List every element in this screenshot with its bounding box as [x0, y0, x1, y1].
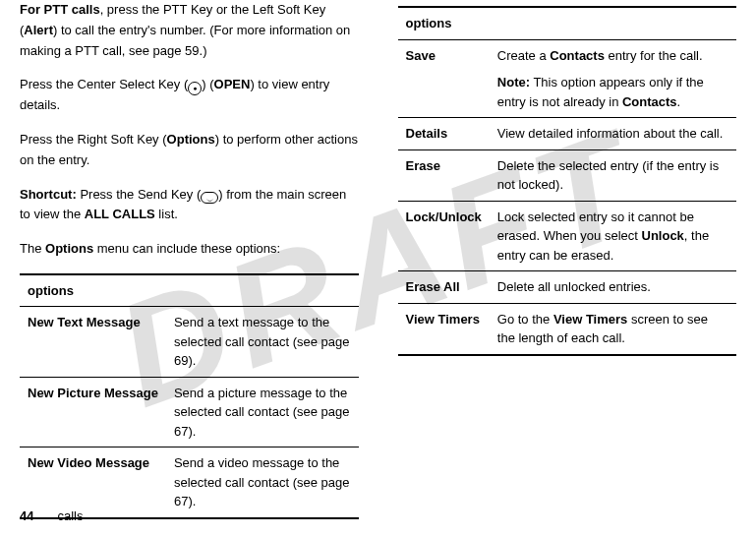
table-row: Erase All Delete all unlocked entries.: [398, 271, 737, 304]
opt-intro-b: menu can include these options:: [93, 241, 280, 256]
shortcut-text-a: Press the Send Key (: [77, 187, 201, 202]
table2-r4-k: Erase All: [398, 271, 490, 304]
page-content: For PTT calls, press the PTT Key or the …: [0, 0, 756, 519]
table1-header: options: [20, 274, 359, 307]
table2-r0-v: Create a Contacts entry for the call. No…: [490, 39, 736, 118]
right-text-a: Press the Right Soft Key (: [20, 132, 167, 147]
left-column: For PTT calls, press the PTT Key or the …: [20, 0, 359, 519]
table1-r1-v: Send a picture message to the selected c…: [166, 377, 359, 448]
shortcut-bold: Shortcut:: [20, 187, 77, 202]
table-row: New Picture Message Send a picture messa…: [20, 377, 359, 448]
t2r5-cond: View Timers: [553, 312, 627, 327]
table2-r3-v: Lock selected entry so it cannot be eras…: [490, 201, 736, 271]
paragraph-ptt: For PTT calls, press the PTT Key or the …: [20, 0, 359, 61]
send-key-icon: ⏝: [201, 192, 218, 204]
paragraph-shortcut: Shortcut: Press the Send Key (⏝) from th…: [20, 185, 359, 226]
ptt-text-b: ) to call the entry's number. (For more …: [20, 23, 350, 58]
table2-r0-k: Save: [398, 39, 490, 118]
t2r0-a: Create a: [497, 48, 550, 63]
center-select-icon: ●: [188, 82, 202, 95]
note-bold: Note:: [497, 75, 530, 90]
options-table-2: options Save Create a Contacts entry for…: [398, 6, 737, 356]
paragraph-right-key: Press the Right Soft Key (Options) to pe…: [20, 130, 359, 171]
table-row: Erase Delete the selected entry (if the …: [398, 149, 737, 201]
table-row: View Timers Go to the View Timers screen…: [398, 303, 737, 355]
table2-r4-v: Delete all unlocked entries.: [490, 271, 736, 304]
table-row: Lock/Unlock Lock selected entry so it ca…: [398, 201, 737, 271]
table1-r2-v: Send a video message to the selected cal…: [166, 448, 359, 518]
shortcut-allcalls: ALL CALLS: [85, 207, 155, 221]
t2r5-a: Go to the: [497, 312, 553, 327]
t2r3-cond: Unlock: [642, 228, 684, 243]
opt-intro-options: Options: [45, 241, 93, 256]
table2-r2-v: Delete the selected entry (if the entry …: [490, 149, 736, 201]
table2-r3-k: Lock/Unlock: [398, 201, 490, 271]
opt-intro-a: The: [20, 241, 45, 256]
note-cond: Contacts: [622, 94, 677, 109]
table-row: Details View detailed information about …: [398, 118, 737, 150]
table2-r5-v: Go to the View Timers screen to see the …: [490, 303, 736, 355]
page-number: 44: [20, 508, 33, 523]
paragraph-center-key: Press the Center Select Key (●) (OPEN) t…: [20, 75, 359, 116]
shortcut-text-c: list.: [155, 207, 178, 221]
table2-header: options: [398, 7, 737, 39]
section-name: calls: [57, 508, 83, 523]
right-column: options Save Create a Contacts entry for…: [398, 0, 737, 519]
table1-r1-k: New Picture Message: [20, 377, 166, 448]
save-note: Note: This option appears only if the en…: [497, 73, 728, 111]
center-text-a: Press the Center Select Key (: [20, 77, 188, 91]
ptt-alert: Alert: [24, 23, 53, 37]
table2-r1-v: View detailed information about the call…: [490, 118, 736, 150]
page-footer: 44calls: [20, 507, 83, 527]
note-b: .: [677, 94, 681, 109]
options-table-1: options New Text Message Send a text mes…: [20, 273, 359, 519]
table-row: Save Create a Contacts entry for the cal…: [398, 39, 737, 118]
table-row: New Text Message Send a text message to …: [20, 307, 359, 378]
center-open: OPEN: [214, 77, 251, 91]
center-paren: ) (: [202, 77, 213, 91]
table1-r0-v: Send a text message to the selected call…: [166, 307, 359, 378]
paragraph-options-intro: The Options menu can include these optio…: [20, 239, 359, 260]
table2-r5-k: View Timers: [398, 303, 490, 355]
table2-r2-k: Erase: [398, 149, 490, 201]
ptt-bold: For PTT calls: [20, 2, 100, 17]
right-options: Options: [167, 132, 215, 147]
t2r0-cond: Contacts: [550, 48, 605, 63]
table2-r1-k: Details: [398, 118, 490, 150]
t2r0-b: entry for the call.: [605, 48, 703, 63]
table1-r0-k: New Text Message: [20, 307, 166, 378]
